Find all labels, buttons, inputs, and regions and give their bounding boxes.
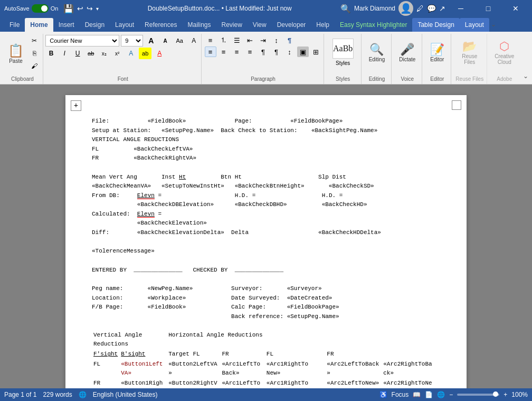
borders-button[interactable]: ⊞	[310, 46, 322, 57]
calc-values: «BackCheckElevation»	[92, 219, 440, 228]
editing-group: 🔍 Editing Editing	[363, 34, 392, 84]
format-painter-button[interactable]: 🖌	[28, 60, 41, 72]
db-values: «BackCheckDBElevation» «BackCheckDBHD» «…	[92, 200, 440, 209]
line-spacing-button[interactable]: ↕	[284, 46, 296, 57]
multilevel-button[interactable]: ☰	[231, 35, 243, 45]
tab-design[interactable]: Design	[80, 18, 110, 32]
editor-group: 📝 Editor Editor	[423, 34, 451, 84]
vert-reductions-header: Vertical Angle Reductions	[92, 330, 167, 349]
tolerance-line: «TolerenceMessage»	[92, 247, 440, 256]
show-para-button[interactable]: ¶	[284, 35, 296, 45]
superscript-button[interactable]: x²	[111, 48, 123, 59]
search-icon[interactable]: 🔍	[340, 4, 351, 14]
web-layout-icon[interactable]: 🌐	[437, 391, 445, 398]
print-layout-icon[interactable]: 📄	[425, 391, 433, 398]
reuse-icon: 📂	[462, 40, 477, 53]
fr-row: FR «Button1Righ tVA» «Button2RightV A» «…	[92, 378, 440, 388]
editor-button[interactable]: 📝 Editor	[426, 35, 448, 70]
change-case-button[interactable]: Aa	[173, 35, 186, 46]
document-area: + File: «FieldBook» Page: «FieldBookPage…	[0, 85, 532, 388]
bold-button[interactable]: B	[45, 48, 57, 59]
text-effects-button[interactable]: A	[125, 48, 137, 59]
zoom-slider[interactable]	[457, 394, 499, 396]
focus-button[interactable]: Focus	[392, 391, 409, 398]
mean-values: «BackCheckMeanVA» «SetupToNewInstHt» «Ba…	[92, 182, 440, 191]
editing-button[interactable]: 🔍 Editing	[366, 35, 388, 70]
justify-button[interactable]: ≡	[244, 46, 256, 57]
col-headers: F'sight B'sight Target FL FR FL FR	[92, 349, 440, 359]
tab-file[interactable]: File	[4, 18, 25, 32]
underline-button[interactable]: U	[72, 48, 83, 59]
tab-layout[interactable]: Layout	[110, 18, 139, 32]
clear-formatting-button[interactable]: A	[187, 35, 200, 46]
arc2-left-new: «Arc2LeftToNew»	[325, 378, 382, 388]
ribbon-end-chevron[interactable]: ⌄	[521, 72, 530, 84]
font-name-select[interactable]: Courier New	[45, 35, 119, 46]
read-mode-icon[interactable]: 📖	[413, 391, 421, 398]
zoom-level[interactable]: 100%	[511, 391, 528, 398]
shading-button[interactable]: ▣	[297, 46, 309, 57]
language-icon: 🌐	[79, 391, 87, 398]
minimize-button[interactable]: ─	[449, 0, 473, 17]
align-center-button[interactable]: ≡	[218, 46, 230, 57]
dictate-icon: 🎤	[400, 43, 414, 57]
tab-view[interactable]: View	[248, 18, 272, 32]
word-count: 229 words	[43, 391, 72, 398]
reuse-label: Reuse Files	[462, 53, 477, 65]
redo-icon[interactable]: ↪	[87, 4, 93, 13]
autosave-toggle[interactable]	[32, 4, 49, 13]
tab-developer[interactable]: Developer	[272, 18, 311, 32]
numbering-button[interactable]: ⒈	[218, 35, 230, 45]
font-size-select[interactable]: 9	[121, 35, 143, 46]
autosave-label: AutoSave	[4, 5, 30, 12]
save-icon[interactable]: 💾	[63, 4, 74, 14]
quick-access-more[interactable]: ▾	[96, 6, 99, 12]
increase-indent-button[interactable]: ⇥	[258, 35, 269, 45]
strikethrough-button[interactable]: ab	[85, 48, 97, 59]
reuse-files-button[interactable]: 📂 Reuse Files	[459, 35, 480, 70]
ribbon-collapse-icon[interactable]: ⌄	[489, 21, 498, 28]
undo-icon[interactable]: ↩	[77, 4, 83, 13]
zoom-in-button[interactable]: +	[504, 391, 507, 398]
tab-table-design[interactable]: Table Design	[412, 18, 459, 32]
shrink-font-button[interactable]: A	[159, 35, 172, 46]
zoom-out-button[interactable]: −	[449, 391, 453, 398]
dictate-button[interactable]: 🎤 Dictate	[396, 35, 419, 70]
subscript-button[interactable]: x₂	[98, 48, 110, 59]
back-ref-line: Back reference: «SetupPeg.Name»	[92, 312, 440, 321]
tab-mailings[interactable]: Mailings	[182, 18, 216, 32]
cut-button[interactable]: ✂	[28, 35, 41, 46]
highlight-button[interactable]: ab	[139, 48, 151, 59]
maximize-button[interactable]: □	[476, 0, 500, 17]
tab-insert[interactable]: Insert	[53, 18, 80, 32]
italic-button[interactable]: I	[59, 48, 70, 59]
font-color-button[interactable]: A	[153, 48, 166, 59]
tab-home[interactable]: Home	[25, 18, 53, 32]
creative-cloud-button[interactable]: ⬡ Creative Cloud	[491, 35, 517, 70]
ribbon-display-icon[interactable]: 🖊	[416, 4, 424, 13]
close-button[interactable]: ✕	[504, 0, 528, 17]
align-right-button[interactable]: ≡	[231, 46, 243, 57]
add-content-button[interactable]: +	[71, 100, 81, 111]
tab-references[interactable]: References	[139, 18, 182, 32]
tab-layout2[interactable]: Layout	[460, 18, 489, 32]
font-label: Font	[118, 76, 128, 83]
ltr-button[interactable]: ¶	[258, 46, 269, 57]
copy-button[interactable]: ⎘	[28, 48, 41, 59]
tab-easy-syntax[interactable]: Easy Syntax Highlighter	[335, 18, 412, 32]
sort-button[interactable]: ↕	[271, 35, 282, 45]
rtl-button[interactable]: ¶	[271, 46, 282, 57]
paste-button[interactable]: 📋 Paste	[4, 35, 27, 72]
accessibility-icon[interactable]: ♿	[379, 391, 387, 398]
styles-button[interactable]: AaBb Styles	[328, 35, 358, 70]
paragraph-label: Paragraph	[251, 76, 276, 83]
align-left-button[interactable]: ≡	[205, 46, 216, 57]
tab-help[interactable]: Help	[311, 18, 335, 32]
grow-font-button[interactable]: A	[145, 35, 157, 46]
decrease-indent-button[interactable]: ⇤	[244, 35, 256, 45]
bullets-button[interactable]: ≡	[205, 35, 216, 45]
comments-icon[interactable]: 💬	[427, 4, 436, 13]
avatar[interactable]: 👤	[398, 1, 413, 16]
share-icon[interactable]: ↗	[439, 4, 445, 13]
tab-review[interactable]: Review	[216, 18, 247, 32]
